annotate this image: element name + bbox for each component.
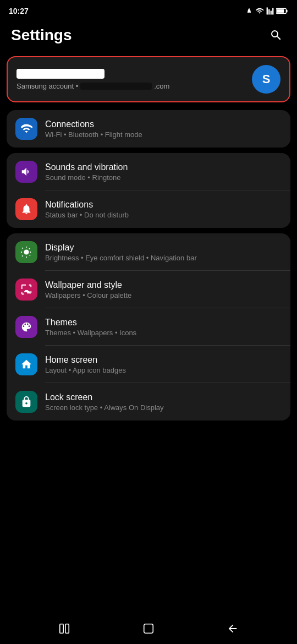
bottom-navigation — [0, 613, 297, 644]
bell-icon — [20, 203, 32, 215]
wallpaper-subtitle: Wallpapers • Colour palette — [45, 291, 282, 299]
sounds-notifications-section: Sounds and vibration Sound mode • Ringto… — [7, 153, 290, 228]
themes-icon — [20, 321, 32, 333]
homescreen-subtitle: Layout • App icon badges — [45, 366, 282, 374]
display-item[interactable]: Display Brightness • Eye comfort shield … — [7, 233, 290, 271]
lockscreen-item[interactable]: Lock screen Screen lock type • Always On… — [7, 383, 290, 421]
status-bar: 10:27 — [0, 0, 297, 20]
display-subtitle: Brightness • Eye comfort shield • Naviga… — [45, 254, 282, 262]
display-title: Display — [45, 243, 282, 253]
search-button[interactable] — [266, 25, 286, 45]
lockscreen-subtitle: Screen lock type • Always On Display — [45, 403, 282, 412]
homescreen-text: Home screen Layout • App icon badges — [45, 355, 282, 374]
notifications-text: Notifications Status bar • Do not distur… — [45, 200, 282, 219]
home-button[interactable] — [138, 618, 160, 640]
themes-icon-circle — [15, 316, 37, 338]
display-icon-circle — [15, 241, 37, 263]
mute-icon — [245, 7, 253, 15]
sounds-icon-circle — [15, 161, 37, 183]
sounds-subtitle: Sound mode • Ringtone — [45, 173, 282, 182]
svg-rect-2 — [287, 10, 288, 13]
connections-title: Connections — [45, 119, 282, 129]
wallpaper-title: Wallpaper and style — [45, 280, 282, 290]
account-email: Samsung account • .com — [16, 82, 252, 90]
display-text: Display Brightness • Eye comfort shield … — [45, 243, 282, 262]
display-section: Display Brightness • Eye comfort shield … — [7, 233, 290, 421]
account-email-prefix: Samsung account • — [16, 82, 78, 90]
back-icon — [227, 623, 239, 635]
notifications-title: Notifications — [45, 200, 282, 210]
svg-rect-3 — [59, 624, 63, 634]
sounds-text: Sounds and vibration Sound mode • Ringto… — [45, 162, 282, 182]
sounds-title: Sounds and vibration — [45, 162, 282, 172]
recent-apps-button[interactable] — [53, 618, 75, 640]
wifi-icon — [20, 123, 32, 135]
lockscreen-title: Lock screen — [45, 392, 282, 402]
wifi-status-icon — [255, 7, 264, 15]
lock-icon — [20, 396, 32, 408]
page-title: Settings — [11, 26, 72, 44]
account-info: Samsung account • .com — [16, 69, 252, 90]
wallpaper-text: Wallpaper and style Wallpapers • Colour … — [45, 280, 282, 299]
connections-text: Connections Wi-Fi • Bluetooth • Flight m… — [45, 119, 282, 139]
back-button[interactable] — [222, 618, 244, 640]
account-email-suffix: .com — [154, 82, 169, 90]
notifications-item[interactable]: Notifications Status bar • Do not distur… — [7, 190, 290, 228]
home-nav-icon — [142, 623, 155, 635]
home-icon — [20, 358, 32, 370]
svg-rect-5 — [144, 624, 153, 634]
lockscreen-text: Lock screen Screen lock type • Always On… — [45, 392, 282, 412]
connections-item[interactable]: Connections Wi-Fi • Bluetooth • Flight m… — [7, 110, 290, 148]
account-email-blurred — [80, 83, 152, 90]
status-icons — [245, 7, 288, 15]
connections-icon-circle — [15, 118, 37, 140]
search-icon — [270, 29, 283, 42]
svg-rect-4 — [65, 624, 68, 634]
svg-rect-1 — [277, 9, 284, 13]
lockscreen-icon-circle — [15, 391, 37, 413]
themes-title: Themes — [45, 318, 282, 328]
sun-icon — [20, 246, 32, 258]
homescreen-icon-circle — [15, 353, 37, 375]
themes-text: Themes Themes • Wallpapers • Icons — [45, 318, 282, 337]
connections-section: Connections Wi-Fi • Bluetooth • Flight m… — [7, 110, 290, 148]
sounds-item[interactable]: Sounds and vibration Sound mode • Ringto… — [7, 153, 290, 190]
homescreen-title: Home screen — [45, 355, 282, 365]
wallpaper-icon — [20, 283, 32, 296]
battery-icon — [276, 8, 288, 14]
wallpaper-item[interactable]: Wallpaper and style Wallpapers • Colour … — [7, 271, 290, 308]
notifications-subtitle: Status bar • Do not disturb — [45, 211, 282, 219]
wallpaper-icon-circle — [15, 279, 37, 301]
themes-subtitle: Themes • Wallpapers • Icons — [45, 329, 282, 337]
status-time: 10:27 — [9, 7, 29, 15]
volume-icon — [20, 166, 32, 178]
themes-item[interactable]: Themes Themes • Wallpapers • Icons — [7, 308, 290, 346]
signal-icon — [266, 7, 274, 15]
settings-header: Settings — [0, 20, 297, 54]
account-avatar: S — [252, 65, 280, 94]
homescreen-item[interactable]: Home screen Layout • App icon badges — [7, 346, 290, 383]
notifications-icon-circle — [15, 198, 37, 220]
recent-apps-icon — [58, 623, 70, 635]
connections-subtitle: Wi-Fi • Bluetooth • Flight mode — [45, 130, 282, 139]
account-name-blurred — [16, 69, 105, 79]
samsung-account-card[interactable]: Samsung account • .com S — [7, 56, 290, 102]
